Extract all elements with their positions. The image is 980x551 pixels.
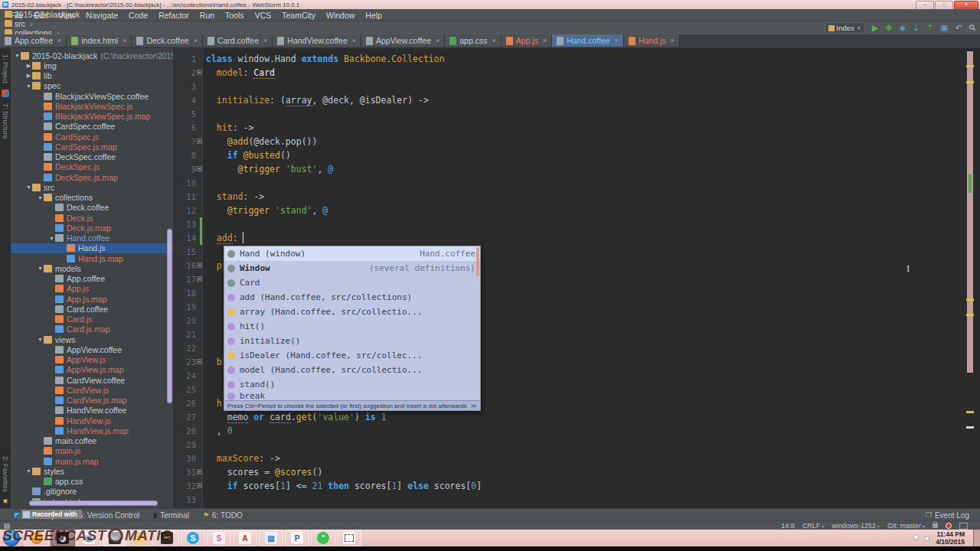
tree-row[interactable]: main.js.map [11,456,174,466]
taskbar-icon-snipping-tool[interactable] [337,530,361,546]
tree-row[interactable]: CardView.coffee [11,375,174,385]
editor-tab[interactable]: Card.coffee× [203,34,273,47]
completion-item[interactable]: hit() [224,319,480,334]
tree-row[interactable]: CardSpec.js [11,132,174,142]
fold-marker-icon[interactable] [197,70,202,75]
project-vertical-scrollbar[interactable] [167,229,172,403]
event-monitor-icon[interactable] [959,523,968,530]
fold-marker-icon[interactable] [197,276,202,282]
tree-row[interactable]: CardView.js.map [11,396,174,406]
stripe-mark[interactable] [966,426,974,429]
tree-row[interactable]: ▼views [11,334,174,344]
tab-close-icon[interactable]: × [57,37,61,44]
stripe-mark[interactable] [966,81,974,83]
tree-row[interactable]: AppView.coffee [11,344,174,354]
editor-tab[interactable]: Hand.coffee× [552,34,624,47]
tree-row[interactable]: CardSpec.coffee [11,122,174,132]
tree-row[interactable]: DeckSpec.js.map [11,172,174,182]
tree-row[interactable]: App.js [11,284,174,294]
tree-row[interactable]: ▼src [11,182,174,192]
tree-row[interactable]: HandView.coffee [11,406,174,416]
tab-close-icon[interactable]: × [263,37,267,44]
stripe-mark[interactable] [966,65,974,67]
taskbar-icon-sublime[interactable]: S [207,530,231,546]
menu-item-vcs[interactable]: VCS [250,11,277,20]
run-icon[interactable]: ▶ [872,21,878,34]
search-icon[interactable]: ⚲ [965,21,979,35]
fold-marker-icon[interactable] [197,483,202,488]
tree-row[interactable]: BlackjackViewSpec.coffee [11,91,174,101]
tab-close-icon[interactable]: × [352,37,356,44]
tree-row[interactable]: App.coffee [11,274,174,284]
rollback-icon[interactable]: ↶ [956,21,962,34]
tree-row[interactable]: HandView.js.map [11,425,174,435]
tree-row[interactable]: Hand.js.map [11,253,174,263]
fold-marker-icon[interactable] [197,469,202,474]
tree-row[interactable]: ▼styles [11,466,174,476]
error-stripe[interactable] [966,48,974,508]
tree-row[interactable]: ▼collections [11,193,174,203]
tab-close-icon[interactable]: × [615,37,619,44]
taskbar-icon-fax-printer[interactable]: ▤ [259,530,283,546]
action-center-flag-icon[interactable]: ⚑ [913,534,919,542]
completion-item[interactable]: Hand (window)Hand.coffee [224,246,480,261]
editor-tab[interactable]: App.js× [501,34,552,47]
tab-close-icon[interactable]: × [122,37,126,44]
tree-row[interactable]: AppView.js [11,355,174,365]
toolwindow-button-event-log[interactable]: ❐Event Log [926,511,969,520]
volume-icon[interactable]: ◄) [923,534,932,542]
debug-icon[interactable]: ❉ [885,21,892,34]
diff-icon[interactable]: ▣ [940,21,948,34]
menu-item-window[interactable]: Window [321,11,360,20]
tree-row[interactable]: Card.js [11,315,174,324]
editor-tab[interactable]: HandView.coffee× [273,34,361,47]
taskbar-clock[interactable]: 11:44 PM 4/10/2015 [936,530,965,546]
stripe-mark[interactable] [966,411,974,413]
completion-item[interactable]: isDealer (Hand.coffee, src/collec... [224,348,480,363]
tree-row[interactable]: DeckSpec.js [11,162,174,172]
encoding-select[interactable]: windows-1252▾ [831,522,880,530]
toolwindow-button-6--todo[interactable]: ⚑6: TODO [203,511,243,520]
tree-row[interactable]: ▼models [11,263,174,273]
taskbar-icon-line-messenger[interactable]: ” [311,530,335,546]
tree-row[interactable]: .gitignore [11,487,174,497]
menu-item-help[interactable]: Help [360,11,387,20]
editor-tab[interactable]: Hand.js× [624,34,680,47]
completion-item[interactable]: Card [224,276,480,290]
git-branch-select[interactable]: Git: master▾ [887,522,925,530]
tree-row[interactable]: main.coffee [11,436,174,446]
stripe-mark[interactable] [966,298,974,301]
editor-tab[interactable]: app.css× [445,34,501,47]
vcs-commit-icon[interactable]: ⇡ [926,21,933,34]
tool-button-structure[interactable]: 7: Structure [2,103,9,139]
tree-row[interactable]: Hand.js [11,243,174,253]
menu-item-teamcity[interactable]: TeamCity [276,11,321,20]
lock-icon[interactable] [933,523,938,528]
show-desktop-button[interactable] [973,530,980,546]
tree-row[interactable]: Card.js.map [11,324,174,334]
completion-item[interactable]: initialize() [224,334,480,348]
line-separator-select[interactable]: CRLF▾ [802,522,825,530]
tree-row[interactable]: ▼2015-02-blackjack(C:\hackreactor\2015-0… [11,51,174,60]
completion-item[interactable]: add (Hand.coffee, src/collections) [224,290,480,305]
tree-row[interactable]: BlackjackViewSpec.js [11,101,174,111]
tree-row[interactable]: HandView.js [11,416,174,425]
menu-item-tools[interactable]: Tools [220,11,250,20]
tree-row[interactable]: CardSpec.js.map [11,142,174,152]
fold-marker-icon[interactable] [197,262,202,268]
completion-item[interactable]: model (Hand.coffee, src/collectio... [224,363,480,377]
tree-row[interactable]: AppView.js.map [11,365,174,375]
code-editor[interactable]: 1234567891011121314151617181920212223242… [173,48,980,508]
editor-tab[interactable]: AppView.coffee× [361,34,445,47]
editor-tab[interactable]: index.html× [67,34,132,47]
tree-row[interactable]: ▶lib [11,71,174,81]
editor-tab[interactable]: App.coffee× [0,34,67,47]
breadcrumb-item[interactable]: src› [5,19,87,28]
menu-item-refactor[interactable]: Refactor [153,11,194,20]
tab-close-icon[interactable]: × [543,37,547,44]
hector-inspection-icon[interactable] [946,523,952,529]
tree-row[interactable]: app.css [11,477,174,487]
menu-item-code[interactable]: Code [123,11,153,20]
tree-row[interactable]: Card.coffee [11,304,174,314]
editor-tab[interactable]: Deck.coffee× [132,34,203,47]
